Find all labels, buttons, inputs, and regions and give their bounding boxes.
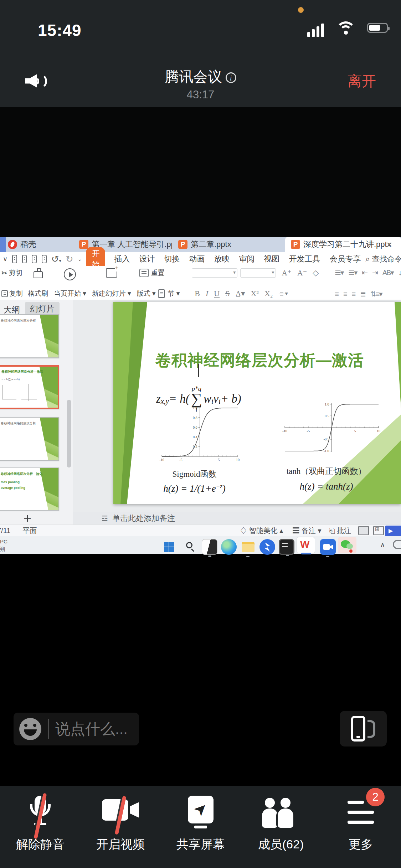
slide-thumbnail-3[interactable]: 卷积神经网络的层次分析 xyxy=(0,417,59,461)
tab-active-deeplearning[interactable]: P 深度学习第二十九讲.pptx xyxy=(285,237,401,252)
taskbar-widgets-icon[interactable] xyxy=(202,539,217,555)
font-family-select[interactable] xyxy=(192,268,237,278)
menu-membership[interactable]: 会员专享 xyxy=(329,254,361,264)
chat-input[interactable]: 说点什么... xyxy=(14,713,139,745)
wechat-icon[interactable] xyxy=(338,537,356,553)
terminal-icon[interactable] xyxy=(279,539,294,555)
tab-chapter2[interactable]: P 第二章.pptx xyxy=(178,237,250,252)
text-direction-button[interactable]: AB▾ xyxy=(382,268,394,277)
print-icon[interactable] xyxy=(32,255,37,263)
add-slide-button[interactable]: + xyxy=(24,511,31,526)
menu-insert[interactable]: 插入 xyxy=(114,254,130,264)
edge-browser-icon[interactable] xyxy=(221,539,237,555)
unmute-button[interactable]: 解除静音 xyxy=(0,796,81,853)
save-icon[interactable] xyxy=(12,255,17,263)
collapse-ribbon-icon[interactable]: ∨ xyxy=(3,255,7,263)
slide-thumbnail-4[interactable]: 卷积神经网络层次分析—池化 max pooling average poolin… xyxy=(0,467,59,511)
font-color-button[interactable]: A̲▾ xyxy=(235,289,245,298)
menu-devtools[interactable]: 开发工具 xyxy=(289,254,320,264)
menu-animation[interactable]: 动画 xyxy=(189,254,205,264)
underline-button[interactable]: U xyxy=(214,289,220,298)
new-slide-button[interactable]: 新建幻灯片 ▾ xyxy=(92,268,131,298)
align-center-button[interactable]: ≡ xyxy=(343,290,347,298)
smart-beautify-button[interactable]: ♢ 智能美化 ▴ xyxy=(240,526,283,536)
svg-text:-10: -10 xyxy=(282,429,287,433)
decrease-indent-button[interactable]: ⇤ xyxy=(362,268,367,277)
taskbar-tray-chevron-icon[interactable]: ∧ xyxy=(380,541,385,549)
line-spacing-button[interactable]: ⇅≡▾ xyxy=(370,290,382,298)
font-size-select[interactable] xyxy=(240,268,276,278)
emoji-icon[interactable] xyxy=(19,718,41,740)
format-painter-button[interactable]: 格式刷 xyxy=(28,268,48,298)
export-icon[interactable] xyxy=(22,255,27,263)
justify-button[interactable]: ≣ xyxy=(360,290,365,298)
slide-topright-green-sliver xyxy=(380,302,401,409)
tab-docer[interactable]: 稻壳 xyxy=(8,237,72,252)
cut-button[interactable]: ✂剪切 xyxy=(1,268,23,278)
more-button[interactable]: 2 更多 xyxy=(320,796,401,853)
decrease-font-icon[interactable]: A⁻ xyxy=(297,268,307,278)
increase-font-icon[interactable]: A⁺ xyxy=(282,268,292,278)
shared-screen-wps-window[interactable]: 稻壳 P 第一章 人工智能导引.pptx P 第二章.pptx P 深度学习第二… xyxy=(0,237,401,554)
slides-tab[interactable]: 幻灯片 xyxy=(25,302,60,316)
view-mode-label: 平面 xyxy=(22,526,37,536)
outline-tab[interactable]: 大纲 xyxy=(4,304,20,315)
align-right-button[interactable]: ≡ xyxy=(352,290,355,298)
bullet-list-button[interactable]: ☰▾ xyxy=(335,268,343,277)
highlight-button[interactable]: ⌯▾ xyxy=(278,289,288,298)
clear-format-icon[interactable]: ◇ xyxy=(313,268,319,278)
wechat-notification-dot xyxy=(349,549,353,553)
svg-text:0.8: 0.8 xyxy=(193,416,197,420)
play-from-current-button[interactable]: 当页开始 ▾ xyxy=(54,268,86,298)
notes-toggle-button[interactable]: ☰ 备注 ▾ xyxy=(292,526,321,536)
tencent-meeting-app-icon[interactable] xyxy=(320,539,336,555)
notes-bar[interactable]: ☲ 单击此处添加备注 xyxy=(73,512,401,525)
members-icon xyxy=(241,796,321,830)
italic-button[interactable]: I xyxy=(206,289,208,298)
tab-close-icon[interactable]: × xyxy=(387,239,392,250)
comments-button[interactable]: ⎗ 批注 xyxy=(329,526,351,536)
command-search[interactable]: ⌕ 查找命令、搜索模板 xyxy=(365,254,401,264)
subscript-button[interactable]: X₂ xyxy=(264,289,273,298)
slide-thumbnail-2-selected[interactable]: 卷积神经网络层次分析—激活 z = h(∑wv+b) xyxy=(0,365,59,409)
slide-thumbnail-1[interactable]: 卷积神经网络的层次分析 xyxy=(0,314,59,358)
superscript-button[interactable]: X² xyxy=(251,289,258,298)
info-icon[interactable]: i xyxy=(226,72,236,83)
members-button[interactable]: 成员(62) xyxy=(241,796,321,853)
windows-start-icon[interactable] xyxy=(161,539,177,555)
svg-text:0.4: 0.4 xyxy=(193,435,197,439)
wps-tab-bar: 稻壳 P 第一章 人工智能导引.pptx P 第二章.pptx P 深度学习第二… xyxy=(0,237,401,252)
slideshow-play-button[interactable]: ▶ xyxy=(385,526,401,536)
strikethrough-button[interactable]: S xyxy=(225,289,230,298)
menu-slideshow[interactable]: 放映 xyxy=(214,254,230,264)
redo-icon[interactable]: ↻ xyxy=(66,254,73,265)
feishu-like-app-icon[interactable] xyxy=(259,539,275,555)
taskbar-search-icon[interactable] xyxy=(182,539,198,555)
sidebar-scrollbar[interactable] xyxy=(67,400,71,467)
numbered-list-button[interactable]: ☰▾ xyxy=(348,268,357,277)
rotate-screen-button[interactable] xyxy=(340,711,387,746)
menu-review[interactable]: 审阅 xyxy=(239,254,255,264)
file-explorer-icon[interactable] xyxy=(240,539,256,555)
start-video-button[interactable]: 开启视频 xyxy=(80,796,161,853)
normal-view-button[interactable] xyxy=(358,526,369,535)
section-button[interactable]: 节 ▾ xyxy=(168,289,180,298)
copy-button[interactable]: 复制 xyxy=(1,289,23,298)
print-preview-icon[interactable] xyxy=(42,255,47,263)
share-screen-button[interactable]: ➤ 共享屏幕 xyxy=(160,796,241,853)
reset-button[interactable]: 重置 xyxy=(151,268,165,278)
wps-app-icon-active[interactable]: W xyxy=(297,537,315,553)
align-left-button[interactable]: ≡ xyxy=(335,290,338,298)
undo-icon[interactable]: ↺▾ xyxy=(51,254,61,265)
menu-view[interactable]: 视图 xyxy=(264,254,279,264)
leave-meeting-button[interactable]: 离开 xyxy=(348,71,376,91)
menu-design[interactable]: 设计 xyxy=(139,254,155,264)
menu-transition[interactable]: 切换 xyxy=(164,254,180,264)
customize-toolbar-icon[interactable]: ⌄ xyxy=(78,256,82,262)
increase-indent-button[interactable]: ⇥ xyxy=(372,268,377,277)
layout-button[interactable]: 版式 ▾ xyxy=(137,289,156,298)
current-slide[interactable]: 卷积神经网络层次分析—激活 zx,y = h( p*q ∑ i wi vi + … xyxy=(113,302,401,504)
slide-sorter-view-button[interactable]: ⊞ xyxy=(373,526,384,535)
sort-button[interactable]: ↓A▾ xyxy=(398,268,401,277)
bold-button[interactable]: B xyxy=(195,289,200,298)
